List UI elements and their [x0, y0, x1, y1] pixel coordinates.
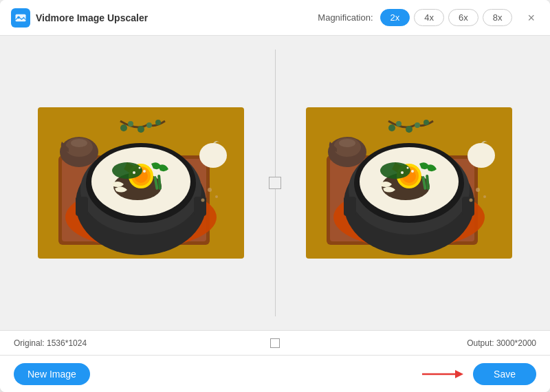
svg-point-28 [138, 126, 144, 133]
svg-point-30 [155, 120, 161, 125]
content-area [0, 36, 550, 330]
svg-point-62 [424, 120, 429, 125]
svg-point-60 [406, 126, 412, 133]
close-button[interactable]: × [523, 10, 539, 25]
mag-2x-button[interactable]: 2x [380, 9, 410, 26]
output-image [306, 107, 512, 259]
app-window: Vidmore Image Upscaler Magnification: 2x… [0, 0, 550, 392]
svg-point-26 [120, 124, 127, 131]
svg-marker-67 [455, 370, 463, 378]
svg-point-64 [483, 195, 486, 198]
magnification-buttons: 2x 4x 6x 8x [380, 9, 513, 26]
svg-point-51 [407, 167, 409, 169]
svg-point-31 [208, 188, 212, 192]
svg-point-59 [396, 121, 402, 127]
app-title: Vidmore Image Upscaler [36, 12, 148, 23]
output-dimensions: Output: 3000*2000 [280, 338, 536, 348]
save-arrow [422, 367, 463, 381]
arrow-container [90, 367, 473, 381]
svg-point-24 [71, 139, 87, 147]
original-image [38, 107, 244, 259]
save-button[interactable]: Save [473, 363, 536, 385]
mag-4x-button[interactable]: 4x [414, 9, 444, 26]
svg-point-48 [380, 162, 410, 179]
original-dimensions: Original: 1536*1024 [14, 338, 270, 348]
svg-point-57 [468, 143, 495, 168]
divider [275, 50, 276, 316]
output-image-panel [276, 50, 537, 316]
magnification-label: Magnification: [318, 12, 373, 23]
svg-rect-41 [344, 197, 356, 216]
original-image-panel [14, 50, 275, 316]
mag-6x-button[interactable]: 6x [448, 9, 478, 26]
mag-8x-button[interactable]: 8x [483, 9, 513, 26]
svg-point-27 [128, 121, 133, 127]
info-bar: Original: 1536*1024 Output: 3000*2000 [0, 330, 550, 355]
titlebar: Vidmore Image Upscaler Magnification: 2x… [0, 0, 550, 36]
svg-point-58 [388, 124, 395, 131]
svg-point-63 [476, 188, 480, 192]
svg-point-56 [339, 139, 355, 147]
app-icon [11, 8, 30, 28]
svg-point-17 [133, 171, 135, 174]
divider-icon [269, 177, 281, 189]
new-image-button[interactable]: New Image [14, 363, 90, 385]
svg-point-50 [411, 170, 414, 173]
svg-point-32 [215, 195, 218, 198]
svg-point-29 [146, 122, 152, 128]
svg-point-33 [201, 199, 204, 202]
footer: New Image Save [0, 355, 550, 392]
svg-point-18 [143, 170, 146, 173]
svg-point-16 [112, 162, 142, 179]
svg-point-19 [138, 167, 140, 169]
svg-point-65 [470, 199, 473, 202]
square-icon [270, 338, 280, 348]
svg-rect-9 [76, 197, 88, 216]
svg-point-49 [401, 171, 404, 174]
svg-point-25 [199, 143, 227, 168]
info-center [270, 338, 280, 348]
svg-point-61 [415, 122, 420, 128]
